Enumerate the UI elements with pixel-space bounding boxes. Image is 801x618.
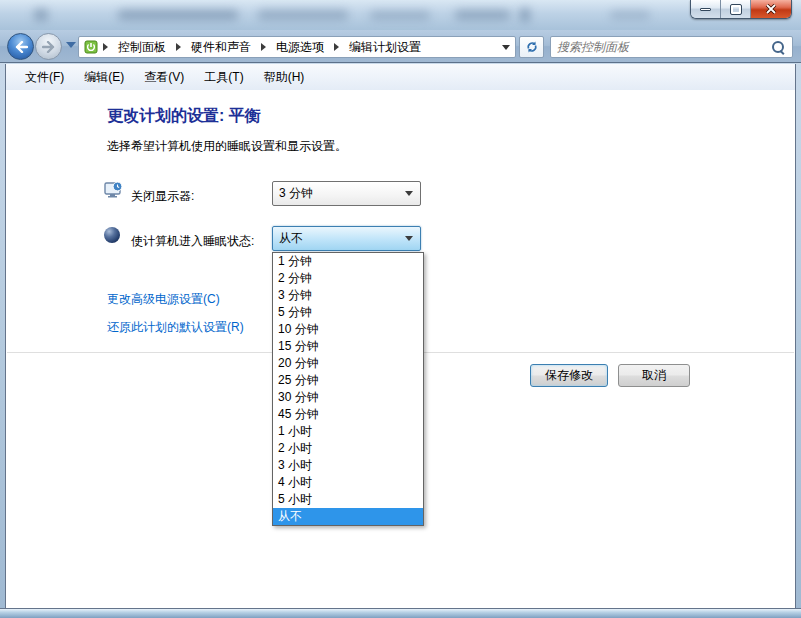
menu-help[interactable]: 帮助(H): [254, 65, 315, 90]
menu-tools[interactable]: 工具(T): [194, 65, 253, 90]
dropdown-option[interactable]: 2 分钟: [273, 270, 423, 287]
menu-file[interactable]: 文件(F): [15, 65, 74, 90]
menu-view[interactable]: 查看(V): [134, 65, 194, 90]
sleep-value: 从不: [279, 230, 303, 247]
titlebar-glass-reflection: [370, 11, 430, 20]
recent-pages-dropdown-icon[interactable]: [66, 42, 76, 48]
address-dropdown-button[interactable]: [497, 37, 515, 57]
breadcrumb-item-edit-plan-settings[interactable]: 编辑计划设置: [343, 37, 427, 57]
chevron-down-icon: [502, 45, 510, 50]
breadcrumb-item-hardware-sound[interactable]: 硬件和声音: [185, 37, 257, 57]
sleep-combobox[interactable]: 从不: [272, 226, 421, 251]
sleep-moon-icon: [104, 227, 120, 243]
chevron-down-icon: [405, 236, 413, 241]
dropdown-option[interactable]: 2 小时: [273, 440, 423, 457]
titlebar-glass-reflection: [455, 10, 510, 20]
titlebar-glass-reflection: [610, 11, 650, 19]
dropdown-option-selected[interactable]: 从不: [273, 508, 423, 525]
minimize-icon: [700, 8, 711, 11]
dropdown-option[interactable]: 5 小时: [273, 491, 423, 508]
navigation-bar: 控制面板 硬件和声音 电源选项 编辑计划设置: [0, 30, 801, 63]
caption-buttons: [690, 0, 792, 19]
close-icon: [765, 4, 777, 14]
breadcrumb-separator-icon: [334, 43, 339, 51]
breadcrumb-separator-icon: [261, 43, 266, 51]
titlebar-glass-reflection: [258, 10, 348, 20]
page-subtitle: 选择希望计算机使用的睡眠设置和显示设置。: [107, 138, 347, 155]
sleep-label: 使计算机进入睡眠状态:: [131, 233, 254, 250]
maximize-button[interactable]: [721, 0, 751, 18]
breadcrumb-separator-icon: [103, 43, 108, 51]
power-options-icon: [83, 39, 99, 55]
refresh-icon: [525, 40, 539, 54]
display-clock-icon: [104, 181, 124, 199]
dropdown-option[interactable]: 1 分钟: [273, 253, 423, 270]
maximize-icon: [731, 5, 741, 14]
display-off-value: 3 分钟: [279, 185, 313, 202]
titlebar-glass-reflection: [34, 9, 48, 21]
display-off-label: 关闭显示器:: [131, 188, 194, 205]
address-bar[interactable]: 控制面板 硬件和声音 电源选项 编辑计划设置: [78, 36, 516, 58]
dropdown-option[interactable]: 10 分钟: [273, 321, 423, 338]
window: 控制面板 硬件和声音 电源选项 编辑计划设置 文件(: [0, 0, 801, 618]
close-button[interactable]: [751, 0, 791, 18]
dropdown-option[interactable]: 25 分钟: [273, 372, 423, 389]
breadcrumb-item-power-options[interactable]: 电源选项: [270, 37, 330, 57]
menu-bar: 文件(F) 编辑(E) 查看(V) 工具(T) 帮助(H): [6, 64, 795, 90]
dropdown-option[interactable]: 15 分钟: [273, 338, 423, 355]
advanced-power-settings-link[interactable]: 更改高级电源设置(C): [107, 291, 220, 308]
dropdown-option[interactable]: 45 分钟: [273, 406, 423, 423]
breadcrumb-separator-icon: [176, 43, 181, 51]
chevron-down-icon: [405, 191, 413, 196]
search-input[interactable]: [551, 38, 770, 56]
dropdown-option[interactable]: 4 小时: [273, 474, 423, 491]
titlebar[interactable]: [0, 0, 801, 30]
forward-icon: [42, 41, 56, 53]
search-icon: [770, 39, 786, 55]
display-off-combobox[interactable]: 3 分钟: [272, 181, 421, 206]
dropdown-option[interactable]: 1 小时: [273, 423, 423, 440]
refresh-button[interactable]: [519, 36, 544, 58]
page-title: 更改计划的设置: 平衡: [107, 106, 261, 127]
dropdown-option[interactable]: 3 分钟: [273, 287, 423, 304]
dropdown-option[interactable]: 20 分钟: [273, 355, 423, 372]
cancel-button[interactable]: 取消: [618, 364, 690, 387]
forward-button[interactable]: [35, 33, 62, 60]
dropdown-option[interactable]: 3 小时: [273, 457, 423, 474]
back-button[interactable]: [7, 33, 34, 60]
back-icon: [14, 41, 28, 53]
dropdown-option[interactable]: 5 分钟: [273, 304, 423, 321]
restore-default-settings-link[interactable]: 还原此计划的默认设置(R): [107, 319, 244, 336]
titlebar-glass-reflection: [520, 8, 530, 22]
search-box: [550, 36, 793, 58]
save-changes-button[interactable]: 保存修改: [530, 364, 608, 387]
minimize-button[interactable]: [691, 0, 721, 18]
dropdown-option[interactable]: 30 分钟: [273, 389, 423, 406]
breadcrumb-item-control-panel[interactable]: 控制面板: [112, 37, 172, 57]
window-border-bottom: [0, 608, 801, 618]
sleep-dropdown-list: 1 分钟 2 分钟 3 分钟 5 分钟 10 分钟 15 分钟 20 分钟 25…: [272, 252, 424, 526]
titlebar-glass-reflection: [118, 10, 238, 20]
menu-edit[interactable]: 编辑(E): [74, 65, 134, 90]
